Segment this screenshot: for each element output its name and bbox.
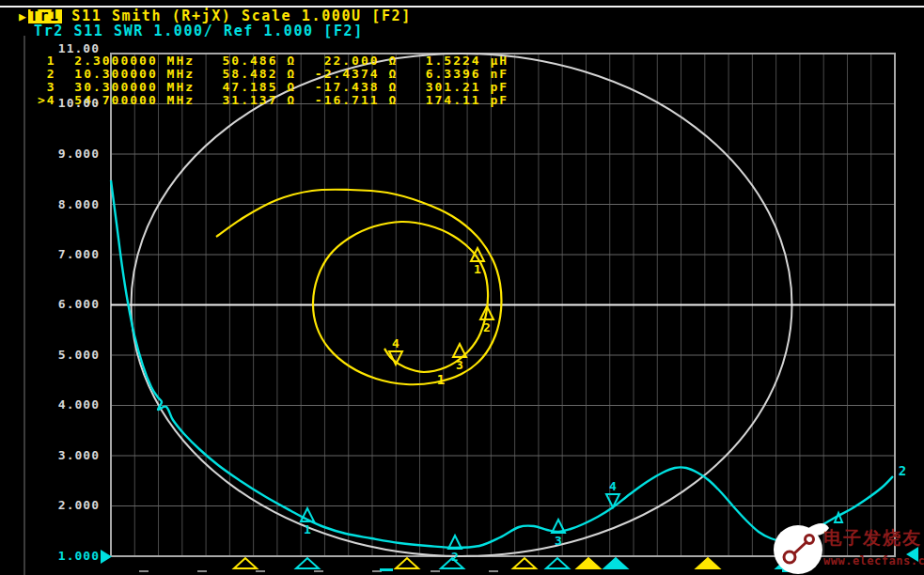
stimulus-marker-triangle	[697, 558, 719, 568]
svg-text:3: 3	[555, 534, 562, 548]
y-axis-label-1-reference: 1.000	[34, 549, 100, 563]
watermark-site-name: 电子发烧友	[823, 526, 924, 551]
y-axis-label-4: 4.000	[34, 397, 100, 412]
trace2-settings: S11 SWR 1.000/ Ref 1.000 [F2]	[64, 24, 364, 39]
svg-text:4: 4	[392, 336, 399, 350]
svg-text:2: 2	[483, 320, 491, 334]
bottom-tick	[197, 570, 207, 572]
trace1-label: Tr1	[28, 9, 62, 23]
active-trace-arrow-icon: ▶	[19, 9, 26, 23]
marker-3-glyph: 3	[453, 344, 466, 372]
stimulus-marker-triangle	[577, 558, 600, 568]
bottom-tick	[314, 570, 323, 572]
trace-1-end-label: 1	[437, 372, 445, 387]
y-axis-label-10: 10.00	[34, 96, 100, 110]
trace2-label: Tr2	[34, 24, 64, 39]
stimulus-marker-triangle	[396, 558, 418, 568]
svg-text:3: 3	[456, 358, 463, 372]
marker-table-row-1: 1 2.3000000 MHz 50.486 Ω 22.000 Ω 1.5224…	[38, 54, 509, 68]
watermark-site-url: www.elecfans.com	[823, 554, 924, 567]
stimulus-marker-triangle	[296, 558, 319, 568]
vna-screen: 1234123412 ▶Tr1 S11 Smith (R+jX) Scale 1…	[0, 0, 924, 575]
marker-1-glyph: 1	[301, 508, 314, 536]
y-axis-label-9: 9.000	[34, 147, 100, 161]
stimulus-marker-triangle	[604, 558, 627, 568]
svg-text:1: 1	[474, 262, 481, 276]
svg-text:4: 4	[609, 479, 617, 493]
y-axis-label-8: 8.000	[34, 197, 100, 211]
y-axis-label-7: 7.000	[34, 247, 100, 261]
trace1-settings: S11 Smith (R+jX) Scale 1.000U [F2]	[62, 9, 412, 23]
marker-table-row-4: >4 54.700000 MHz 31.137 Ω -16.711 Ω 174.…	[38, 94, 509, 107]
y-axis-label-2: 2.000	[34, 498, 100, 512]
stimulus-marker-triangle	[546, 558, 569, 568]
marker-table-row-3: 3 30.300000 MHz 47.185 Ω -17.438 Ω 301.2…	[38, 81, 509, 94]
y-axis-label-6: 6.000	[34, 297, 100, 311]
trace2-title-row[interactable]: Tr2 S11 SWR 1.000/ Ref 1.000 [F2]	[34, 24, 364, 39]
watermark: 电子发烧友 www.elecfans.com	[771, 515, 924, 575]
y-axis-label-3: 3.000	[34, 448, 100, 462]
bottom-tick	[139, 570, 149, 572]
bottom-tick-cyan	[380, 568, 393, 571]
svg-text:1: 1	[304, 522, 311, 536]
bottom-tick	[431, 570, 440, 572]
marker-table-row-2: 2 10.300000 MHz 58.482 Ω -2.4374 Ω 6.339…	[38, 68, 509, 81]
stimulus-marker-triangle	[234, 558, 257, 568]
bottom-tick	[256, 570, 265, 572]
bottom-tick	[489, 570, 498, 572]
y-axis-label-11: 11.00	[34, 41, 100, 55]
y-axis-label-5: 5.000	[34, 348, 100, 362]
stimulus-marker-triangle	[513, 558, 536, 568]
trace-2-end-label: 2	[899, 463, 906, 478]
trace1-title-row[interactable]: ▶Tr1 S11 Smith (R+jX) Scale 1.000U [F2]	[19, 9, 412, 23]
